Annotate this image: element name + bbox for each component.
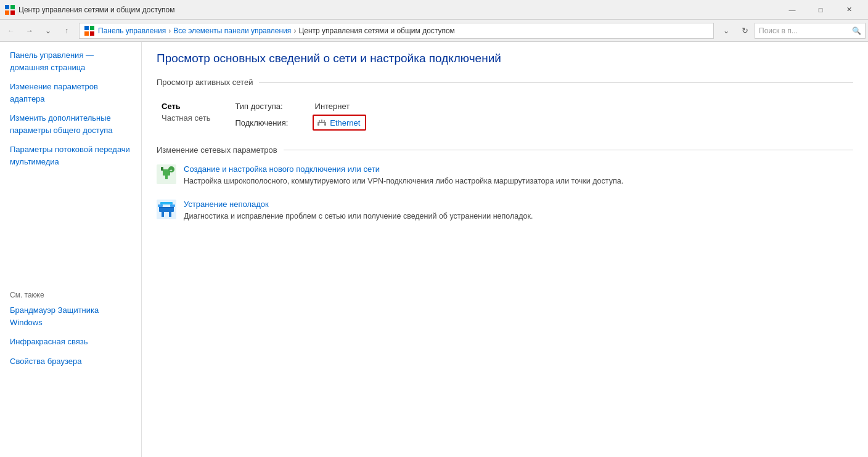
new-connection-text: Создание и настройка нового подключения … [184, 164, 623, 187]
section-divider-1 [259, 82, 853, 83]
sidebar-link-streaming[interactable]: Параметры потоковой передачи мультимедиа [10, 144, 131, 168]
window-controls: — □ ✕ [778, 0, 863, 20]
svg-rect-28 [160, 202, 173, 204]
path-part-2[interactable]: Все элементы панели управления [173, 26, 291, 35]
sidebar-link-firewall[interactable]: Брандмауэр Защитника Windows [10, 304, 131, 328]
sidebar-link-infrared[interactable]: Инфракрасная связь [10, 336, 131, 348]
search-placeholder: Поиск в п... [759, 26, 798, 35]
new-connection-item: + Создание и настройка нового подключени… [157, 164, 853, 187]
sidebar-link-browser[interactable]: Свойства браузера [10, 355, 131, 368]
ethernet-link-container: Ethernet [313, 115, 366, 131]
new-connection-icon: + [157, 164, 176, 184]
svg-rect-2 [5, 10, 9, 15]
svg-rect-25 [169, 212, 171, 217]
refresh-button[interactable]: ↻ [736, 22, 753, 39]
network-col-header: Сеть [162, 102, 210, 113]
svg-rect-5 [90, 26, 94, 30]
window-title: Центр управления сетями и общим доступом [18, 6, 778, 14]
svg-rect-16 [165, 176, 168, 179]
address-bar: ← → ⌄ ↑ Панель управления › Все элементы… [0, 20, 868, 42]
network-type-value: Частная сеть [162, 113, 210, 123]
svg-rect-17 [161, 167, 163, 171]
access-type-value: Интернет [315, 102, 350, 111]
search-icon: 🔍 [852, 26, 861, 35]
maximize-button[interactable]: □ [806, 0, 835, 20]
active-networks-label: Просмотр активных сетей [157, 78, 253, 87]
network-name-col: Сеть Частная сеть [162, 102, 210, 131]
svg-rect-3 [10, 10, 15, 15]
troubleshoot-icon [157, 200, 176, 219]
forward-button[interactable]: → [21, 22, 38, 39]
troubleshoot-text: Устранение неполадок Диагностика и испра… [184, 200, 533, 222]
sidebar-link-home[interactable]: Панель управления — домашняя страница [10, 49, 131, 73]
back-button[interactable]: ← [2, 22, 20, 39]
svg-rect-26 [158, 204, 163, 207]
svg-rect-13 [324, 123, 326, 126]
ethernet-link-wrapper: Ethernet [313, 115, 366, 131]
svg-rect-6 [84, 31, 89, 36]
active-networks-section-header: Просмотр активных сетей [157, 78, 853, 87]
new-connection-title[interactable]: Создание и настройка нового подключения … [184, 164, 623, 174]
sidebar: Панель управления — домашняя страница Из… [0, 42, 142, 457]
page-title: Просмотр основных сведений о сети и наст… [157, 52, 853, 65]
ethernet-icon [316, 117, 327, 128]
svg-text:+: + [170, 168, 173, 173]
up-button[interactable]: ↑ [58, 22, 75, 39]
svg-rect-12 [317, 123, 319, 126]
main-layout: Панель управления — домашняя страница Из… [0, 42, 868, 457]
recent-button[interactable]: ⌄ [39, 22, 57, 39]
svg-rect-23 [159, 207, 174, 208]
svg-rect-0 [5, 5, 9, 9]
svg-rect-8 [317, 122, 326, 123]
svg-rect-4 [84, 26, 89, 30]
svg-rect-27 [170, 204, 175, 207]
address-path[interactable]: Панель управления › Все элементы панели … [79, 23, 714, 39]
access-type-row: Тип доступа: Интернет [235, 102, 366, 111]
network-info: Сеть Частная сеть Тип доступа: Интернет … [157, 97, 853, 145]
change-settings-label: Изменение сетевых параметров [157, 145, 277, 155]
troubleshoot-item: Устранение неполадок Диагностика и испра… [157, 200, 853, 222]
close-button[interactable]: ✕ [835, 0, 863, 20]
path-part-3: Центр управления сетями и общим доступом [298, 26, 455, 35]
minimize-button[interactable]: — [778, 0, 806, 20]
app-icon [5, 5, 15, 15]
ethernet-link[interactable]: Ethernet [330, 118, 360, 127]
content-area: Просмотр основных сведений о сети и наст… [142, 42, 868, 457]
sidebar-link-sharing[interactable]: Изменить дополнительные параметры общего… [10, 112, 131, 136]
dropdown-button[interactable]: ⌄ [718, 22, 735, 39]
title-bar: Центр управления сетями и общим доступом… [0, 0, 868, 20]
access-type-label: Тип доступа: [235, 102, 282, 111]
svg-rect-9 [319, 120, 320, 122]
new-connection-desc: Настройка широкополосного, коммутируемог… [184, 176, 623, 187]
see-also-label: См. также [10, 291, 131, 299]
svg-rect-24 [162, 212, 164, 217]
change-settings-section-header: Изменение сетевых параметров [157, 145, 853, 155]
section-divider-2 [284, 150, 853, 150]
sidebar-link-adapter[interactable]: Изменение параметров адаптера [10, 81, 131, 105]
troubleshoot-desc: Диагностика и исправление проблем с сеть… [184, 211, 533, 222]
svg-rect-11 [324, 120, 325, 122]
svg-rect-1 [10, 5, 15, 9]
connections-label: Подключения: [235, 118, 288, 127]
search-box[interactable]: Поиск в п... 🔍 [755, 23, 866, 39]
path-part-1[interactable]: Панель управления [98, 26, 166, 35]
connections-row: Подключения: [235, 115, 366, 131]
troubleshoot-title[interactable]: Устранение неполадок [184, 200, 533, 209]
network-details: Тип доступа: Интернет Подключения: [235, 102, 366, 131]
svg-rect-10 [321, 119, 322, 122]
svg-rect-7 [90, 31, 94, 36]
